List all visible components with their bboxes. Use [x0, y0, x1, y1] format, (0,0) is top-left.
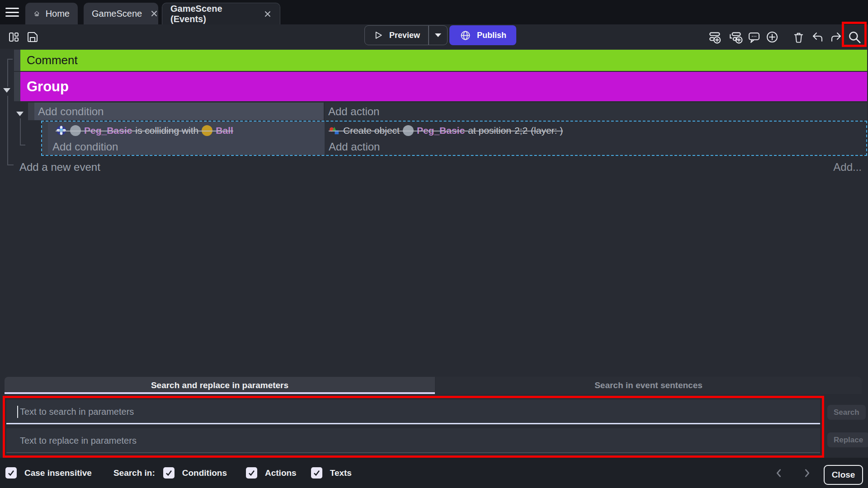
- highlight-box-search-icon: [842, 22, 867, 47]
- previous-result-button[interactable]: [771, 465, 787, 481]
- tab-gamescene-events-label: GameScene (Events): [170, 4, 255, 24]
- add-event-icon: [708, 30, 723, 44]
- close-button[interactable]: Close: [824, 465, 863, 485]
- trash-icon: [792, 31, 805, 44]
- add-subevent-button[interactable]: [727, 29, 744, 45]
- event-conditions-column: Peg_Basic is colliding with Ball Add con…: [48, 122, 325, 155]
- condition-object-2: Ball: [216, 125, 233, 136]
- condition-object-1: Peg_Basic: [84, 125, 132, 136]
- tab-gamescene[interactable]: GameScene: [84, 3, 158, 24]
- action-connector: at position: [468, 125, 511, 136]
- add-action-link[interactable]: Add action: [329, 141, 380, 153]
- add-condition-link[interactable]: Add condition: [38, 105, 104, 118]
- add-new-event-link[interactable]: Add a new event: [19, 161, 100, 174]
- event-drag-handle[interactable]: [28, 103, 34, 120]
- add-action-link[interactable]: Add action: [328, 105, 379, 118]
- search-button[interactable]: Search: [827, 405, 866, 420]
- preview-label: Preview: [389, 31, 420, 40]
- add-subevent-icon: [728, 30, 743, 44]
- group-collapse-caret-icon[interactable]: [3, 88, 10, 93]
- add-comment-button[interactable]: [746, 29, 762, 45]
- home-icon: [33, 8, 40, 19]
- tab-search-event-sentences[interactable]: Search in event sentences: [435, 377, 862, 394]
- tab-gamescene-events-close-icon[interactable]: [264, 10, 272, 18]
- layout-panel-icon: [7, 30, 20, 44]
- action-sentence[interactable]: Create object Peg_Basic at position 2;2 …: [329, 125, 563, 136]
- replace-button[interactable]: Replace: [827, 432, 868, 447]
- redo-icon: [830, 30, 843, 44]
- checkmark-icon: [247, 469, 256, 477]
- checkmark-icon: [312, 469, 321, 477]
- add-condition-link[interactable]: Add condition: [52, 141, 118, 153]
- condition-connector: is colliding with: [135, 125, 198, 136]
- preview-options-button[interactable]: [429, 33, 447, 37]
- tab-search-replace-parameters-label: Search and replace in parameters: [151, 380, 288, 390]
- action-verb: Create object: [343, 125, 400, 136]
- chevron-left-icon: [774, 468, 784, 478]
- group-title: Group: [27, 79, 69, 95]
- selected-event[interactable]: Peg_Basic is colliding with Ball Add con…: [41, 121, 867, 156]
- object-thumbnail-ball: [202, 125, 212, 136]
- group-event[interactable]: Group: [20, 72, 867, 101]
- chevron-right-icon: [802, 468, 812, 478]
- tab-gamescene-label: GameScene: [92, 9, 142, 19]
- toggle-panels-button[interactable]: [5, 29, 22, 45]
- add-event-button[interactable]: [708, 29, 724, 45]
- undo-button[interactable]: [809, 29, 826, 45]
- active-tab-indicator: [5, 392, 435, 394]
- texts-checkbox[interactable]: [311, 467, 322, 479]
- tab-gamescene-events[interactable]: GameScene (Events): [162, 3, 280, 24]
- create-object-action-icon: [329, 125, 340, 136]
- empty-event-conditions-column: Add condition: [34, 103, 324, 120]
- tab-search-event-sentences-label: Search in event sentences: [594, 380, 703, 390]
- group-drag-handle[interactable]: [14, 72, 20, 101]
- add-more-link[interactable]: Add...: [833, 161, 862, 174]
- actions-label: Actions: [265, 468, 297, 478]
- event-collapse-caret-icon[interactable]: [16, 112, 24, 116]
- texts-label: Texts: [330, 468, 352, 478]
- tree-connector: [7, 164, 14, 165]
- checkmark-icon: [165, 469, 173, 477]
- save-icon: [26, 30, 39, 44]
- preview-button[interactable]: Preview: [365, 29, 428, 41]
- case-insensitive-checkbox[interactable]: [5, 467, 17, 479]
- case-insensitive-label: Case insensitive: [24, 468, 92, 478]
- highlight-box-search-fields: [3, 396, 824, 458]
- publish-label: Publish: [477, 31, 506, 40]
- main-menu-icon[interactable]: [5, 6, 19, 18]
- action-object: Peg_Basic: [417, 125, 465, 136]
- tree-connector: [20, 118, 21, 145]
- comment-drag-handle[interactable]: [14, 50, 20, 71]
- tab-bar: Home GameScene GameScene (Events): [0, 0, 868, 24]
- tab-gamescene-close-icon[interactable]: [150, 9, 158, 18]
- comment-text: Comment: [27, 53, 78, 67]
- save-button[interactable]: [24, 29, 41, 45]
- condition-sentence[interactable]: Peg_Basic is colliding with Ball: [56, 125, 233, 136]
- events-toolbar: Preview Publish: [0, 24, 868, 49]
- chevron-down-icon: [435, 33, 441, 37]
- tree-connector: [20, 145, 25, 145]
- conditions-checkbox[interactable]: [163, 467, 175, 479]
- object-thumbnail-peg-basic: [403, 125, 414, 136]
- comment-event[interactable]: Comment: [20, 50, 867, 71]
- search-in-label: Search in:: [113, 468, 155, 478]
- delete-button[interactable]: [790, 29, 807, 45]
- events-sheet: Comment Group Add condition Add action: [0, 49, 868, 377]
- event-drag-handle[interactable]: [42, 122, 48, 155]
- conditions-label: Conditions: [182, 468, 227, 478]
- search-options-row: Case insensitive Search in: Conditions A…: [0, 458, 868, 488]
- next-result-button[interactable]: [799, 465, 815, 481]
- collision-condition-icon: [56, 125, 67, 136]
- undo-icon: [811, 30, 824, 44]
- action-layer-suffix: (layer: ): [531, 125, 563, 136]
- tree-connector: [7, 96, 8, 165]
- publish-button[interactable]: Publish: [449, 25, 516, 45]
- play-icon: [372, 29, 384, 41]
- tab-home[interactable]: Home: [25, 3, 78, 24]
- add-more-events-button[interactable]: [764, 29, 780, 45]
- checkmark-icon: [7, 469, 15, 477]
- empty-event-actions-column: Add action: [325, 103, 867, 120]
- gdevelop-events-editor: Home GameScene GameScene (Events): [0, 0, 868, 488]
- actions-checkbox[interactable]: [246, 467, 257, 479]
- tab-search-replace-parameters[interactable]: Search and replace in parameters: [5, 377, 435, 394]
